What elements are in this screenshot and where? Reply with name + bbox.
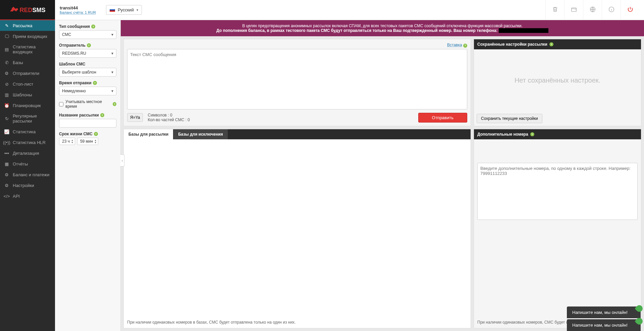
- sidebar-item-label: API: [13, 194, 20, 199]
- message-textarea[interactable]: [127, 49, 467, 109]
- localtime-checkbox[interactable]: [59, 102, 63, 106]
- gear-icon: ⚙: [4, 70, 9, 76]
- monitor-icon: 🖵: [4, 34, 9, 39]
- help-icon[interactable]: ?: [100, 113, 104, 117]
- ttl-label: Срок жизни СМС: [59, 132, 93, 136]
- help-icon[interactable]: ?: [549, 42, 553, 46]
- time-label: Время отправки: [59, 81, 92, 85]
- sidebar-item-billing[interactable]: ⚙Баланс и платежи: [0, 169, 55, 180]
- sidebar-item-api[interactable]: </>API: [0, 191, 55, 201]
- time-select[interactable]: Немедленно: [59, 87, 116, 95]
- globe-button[interactable]: [583, 0, 602, 20]
- chat-widget[interactable]: Напишите нам, мы онлайн!: [567, 306, 641, 318]
- sidebar-item-inbox-stats[interactable]: ▤Статистика входящих: [0, 42, 55, 57]
- template-label: Шаблон СМС: [59, 62, 85, 66]
- tab-exclude[interactable]: Базы для исключения: [173, 129, 228, 139]
- char-count: Символов : 0: [148, 113, 190, 117]
- sidebar-item-reports[interactable]: ▦Отчёты: [0, 158, 55, 169]
- send-icon: ✎: [4, 23, 9, 28]
- sender-select[interactable]: REDSMS.RU: [59, 49, 116, 58]
- sidebar-item-label: Баланс и платежи: [13, 172, 49, 177]
- localtime-label: Учитывать местное время: [65, 99, 111, 109]
- chart-icon: 📈: [4, 129, 9, 134]
- help-icon[interactable]: ?: [87, 43, 91, 47]
- sidebar-item-label: Регулярные рассылки: [13, 113, 51, 124]
- down-icon[interactable]: ▼: [71, 141, 73, 144]
- help-icon[interactable]: ?: [463, 44, 467, 48]
- clock-icon: ⏰: [4, 103, 9, 108]
- save-settings-button[interactable]: Сохранить текущие настройки: [477, 114, 542, 123]
- sidebar-item-settings[interactable]: ⚙Настройки: [0, 180, 55, 191]
- sidebar-item-scheduler[interactable]: ⏰Планировщик: [0, 100, 55, 111]
- translit-button[interactable]: Я=Ya: [127, 113, 143, 122]
- sidebar-item-inbox[interactable]: 🖵Прием входящих: [0, 31, 55, 42]
- additional-numbers-textarea[interactable]: [477, 163, 638, 220]
- sidebar-item-templates[interactable]: ▥Шаблоны: [0, 89, 55, 100]
- warning-line2: До пополнения баланса, в рамках тестовог…: [216, 28, 497, 33]
- sidebar-item-stats[interactable]: 📈Статистика: [0, 126, 55, 137]
- help-icon[interactable]: ?: [94, 132, 98, 136]
- sidebar-item-send[interactable]: ✎Рассылка: [0, 20, 55, 31]
- flag-ru-icon: [110, 8, 115, 12]
- collapse-handle[interactable]: ‹: [120, 154, 124, 167]
- type-select[interactable]: СМС: [59, 30, 116, 39]
- wallet-button[interactable]: [564, 0, 583, 20]
- down-icon[interactable]: ▼: [94, 141, 97, 144]
- trash-button[interactable]: [545, 0, 564, 20]
- help-icon[interactable]: ?: [91, 25, 95, 29]
- wallet-icon: [570, 6, 578, 14]
- sidebar-item-label: Настройки: [13, 183, 34, 188]
- logo[interactable]: REDSMS: [0, 0, 55, 20]
- logout-button[interactable]: [621, 0, 639, 20]
- language-label: Русский: [118, 7, 134, 12]
- additional-numbers-panel: Дополнительные номера? При наличии одина…: [474, 129, 641, 328]
- sidebar-item-label: Статистика HLR: [13, 140, 46, 145]
- signal-icon: ((•)): [4, 140, 9, 145]
- settings-panel: ‹ Тип сообщения? СМС Отправитель? REDSMS…: [55, 20, 121, 331]
- ttl-hours-spinner[interactable]: 23 ч▲▼: [59, 138, 75, 145]
- saved-settings-empty: Нет сохранённых настроек.: [474, 49, 641, 111]
- sidebar-item-label: Статистика: [13, 129, 36, 134]
- help-icon[interactable]: ?: [93, 81, 97, 85]
- sidebar-item-stoplist[interactable]: ⊘Стоп-лист: [0, 79, 55, 89]
- up-icon[interactable]: ▲: [94, 139, 97, 141]
- sidebar-item-label: Планировщик: [13, 103, 41, 108]
- sidebar-item-label: Рассылка: [13, 23, 33, 28]
- up-icon[interactable]: ▲: [71, 139, 73, 141]
- bases-footer: При наличии одинаковых номеров в базах, …: [124, 317, 471, 328]
- additional-numbers-title: Дополнительные номера: [477, 132, 528, 137]
- sidebar-item-label: Статистика входящих: [13, 44, 51, 54]
- sidebar-item-senders[interactable]: ⚙Отправители: [0, 68, 55, 79]
- bars-icon: ▪▪▪: [4, 150, 9, 156]
- compose-panel: Вставка ? Я=Ya Символов : 0 Кол-во часте…: [123, 39, 471, 126]
- sidebar-item-label: Отправители: [13, 71, 39, 76]
- send-button[interactable]: Отправить: [418, 113, 467, 123]
- ban-icon: ⊘: [4, 81, 9, 87]
- chat-widget[interactable]: Напишите нам, мы онлайн!: [567, 319, 641, 331]
- code-icon: </>: [4, 193, 9, 199]
- type-label: Тип сообщения: [59, 24, 90, 29]
- sidebar-item-hlr[interactable]: ((•))Статистика HLR: [0, 137, 55, 148]
- template-select[interactable]: Выберите шаблон: [59, 68, 116, 77]
- tab-include[interactable]: Базы для рассылки: [124, 129, 173, 139]
- logo-red: RED: [19, 7, 32, 14]
- name-label: Название рассылки: [59, 113, 99, 117]
- refresh-icon: ↻: [4, 116, 9, 121]
- sidebar-item-label: Прием входящих: [13, 34, 47, 39]
- language-select[interactable]: Русский ▾: [106, 5, 142, 15]
- power-icon: [627, 6, 634, 14]
- bases-panel: Базы для рассылки Базы для исключения Пр…: [123, 129, 471, 329]
- help-icon[interactable]: ?: [113, 102, 116, 106]
- help-icon[interactable]: ?: [530, 132, 534, 136]
- insert-link[interactable]: Вставка: [447, 43, 462, 47]
- balance-link[interactable]: Баланс счёта: 1 RUR: [60, 10, 96, 14]
- info-button[interactable]: [602, 0, 621, 20]
- sidebar-item-details[interactable]: ▪▪▪Детализация: [0, 148, 55, 158]
- globe-icon: [589, 6, 596, 14]
- warning-line1: В целях предотвращения анонимных рассыло…: [127, 23, 637, 28]
- sidebar-item-recurring[interactable]: ↻Регулярные рассылки: [0, 111, 55, 126]
- name-input[interactable]: [59, 119, 116, 128]
- sidebar-item-bases[interactable]: ✆Базы: [0, 57, 55, 68]
- user-block: transit44 Баланс счёта: 1 RUR: [60, 5, 96, 14]
- ttl-minutes-spinner[interactable]: 59 мин▲▼: [77, 138, 98, 145]
